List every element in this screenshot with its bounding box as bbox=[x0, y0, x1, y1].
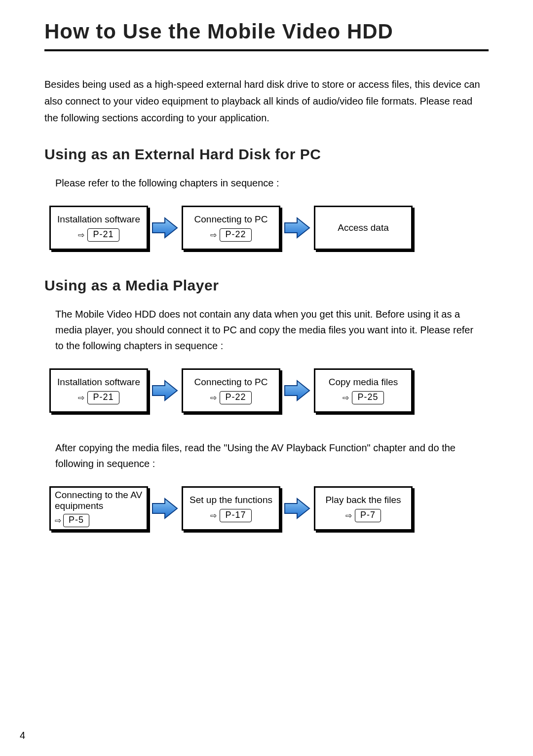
flow-step: Copy media files ⇨ P-25 bbox=[314, 368, 413, 413]
page-ref[interactable]: P-21 bbox=[87, 391, 119, 404]
flow-step-label: Set up the functions bbox=[190, 495, 272, 506]
page-ref-arrow-icon: ⇨ bbox=[55, 516, 61, 525]
page-ref[interactable]: P-5 bbox=[63, 514, 89, 527]
page-ref[interactable]: P-7 bbox=[355, 509, 381, 522]
flow-arrow-icon bbox=[282, 379, 312, 402]
svg-marker-2 bbox=[152, 381, 177, 400]
flow-step: Access data bbox=[314, 206, 413, 250]
svg-marker-0 bbox=[152, 218, 177, 238]
title-underline bbox=[44, 49, 489, 51]
intro-paragraph: Besides being used as a high-speed exter… bbox=[44, 76, 489, 126]
flow-arrow-icon bbox=[150, 379, 180, 402]
flow-step-label: Connecting to PC bbox=[194, 377, 268, 388]
flow-row-pc: Installation software ⇨ P-21 Connecting … bbox=[49, 206, 489, 250]
section-heading-pc: Using as an External Hard Disk for PC bbox=[44, 146, 489, 163]
page-ref-arrow-icon: ⇨ bbox=[343, 393, 349, 402]
flow-step: Installation software ⇨ P-21 bbox=[49, 368, 148, 413]
flow-step: Play back the files ⇨ P-7 bbox=[314, 486, 413, 531]
page-ref-arrow-icon: ⇨ bbox=[345, 511, 352, 520]
flow-step-label: Installation software bbox=[57, 214, 140, 225]
flow-step: Connecting to PC ⇨ P-22 bbox=[182, 206, 280, 250]
svg-marker-4 bbox=[152, 499, 177, 518]
page-number: 4 bbox=[20, 730, 25, 741]
flow-row-media-1: Installation software ⇨ P-21 Connecting … bbox=[49, 368, 489, 413]
flow-step-label: Copy media files bbox=[329, 377, 398, 388]
flow-step: Connecting to PC ⇨ P-22 bbox=[182, 368, 280, 413]
flow-step: Installation software ⇨ P-21 bbox=[49, 206, 148, 250]
flow-step-label: Play back the files bbox=[325, 495, 401, 506]
flow-step: Connecting to the AV equipments ⇨ P-5 bbox=[49, 486, 148, 531]
flow-step-label: Connecting to the AV equipments bbox=[55, 490, 143, 511]
section-text-media-2: After copying the media files, read the … bbox=[55, 440, 489, 471]
svg-marker-3 bbox=[285, 381, 309, 400]
svg-marker-5 bbox=[285, 499, 309, 518]
page-ref[interactable]: P-22 bbox=[220, 228, 251, 242]
page-title: How to Use the Mobile Video HDD bbox=[44, 20, 489, 49]
section-text-media-1: The Mobile Video HDD does not contain an… bbox=[55, 306, 489, 354]
page-ref-arrow-icon: ⇨ bbox=[210, 511, 217, 520]
flow-arrow-icon bbox=[150, 216, 180, 240]
flow-step-label: Connecting to PC bbox=[194, 214, 268, 225]
page-ref-arrow-icon: ⇨ bbox=[78, 393, 84, 402]
page-ref[interactable]: P-21 bbox=[87, 228, 119, 242]
flow-step: Set up the functions ⇨ P-17 bbox=[182, 486, 280, 531]
section-heading-media: Using as a Media Player bbox=[44, 277, 489, 294]
page-ref[interactable]: P-25 bbox=[352, 391, 383, 404]
page-ref[interactable]: P-17 bbox=[220, 509, 251, 522]
flow-arrow-icon bbox=[282, 216, 312, 240]
section-text-pc: Please refer to the following chapters i… bbox=[55, 175, 489, 191]
flow-row-media-2: Connecting to the AV equipments ⇨ P-5 Se… bbox=[49, 486, 489, 531]
page-ref-arrow-icon: ⇨ bbox=[210, 230, 217, 240]
flow-step-label: Installation software bbox=[57, 377, 140, 388]
flow-arrow-icon bbox=[282, 497, 312, 520]
flow-arrow-icon bbox=[150, 497, 180, 520]
document-page: How to Use the Mobile Video HDD Besides … bbox=[0, 0, 533, 756]
flow-step-label: Access data bbox=[338, 222, 389, 234]
page-ref-arrow-icon: ⇨ bbox=[78, 230, 84, 240]
page-ref[interactable]: P-22 bbox=[220, 391, 251, 404]
svg-marker-1 bbox=[285, 218, 309, 238]
page-ref-arrow-icon: ⇨ bbox=[210, 393, 217, 402]
